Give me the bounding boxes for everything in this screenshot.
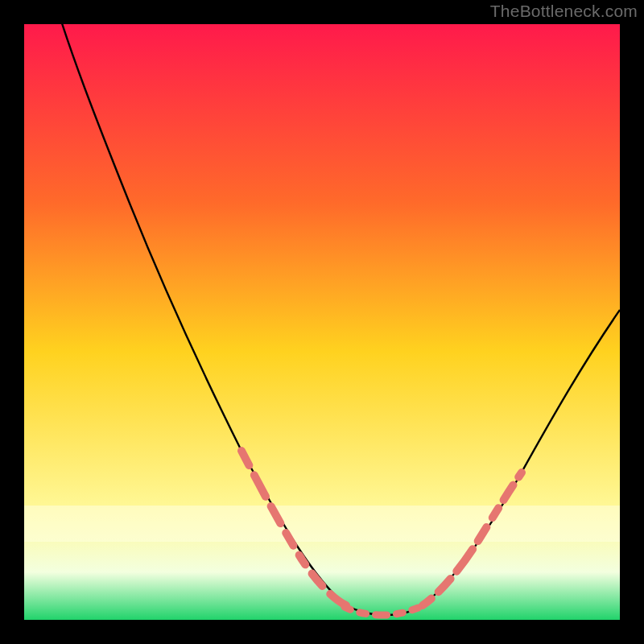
chart-frame: TheBottleneck.com [0, 0, 644, 644]
watermark-text: TheBottleneck.com [490, 2, 638, 21]
pale-band [24, 506, 620, 542]
plot-area [24, 24, 620, 620]
bottleneck-chart [24, 24, 620, 620]
